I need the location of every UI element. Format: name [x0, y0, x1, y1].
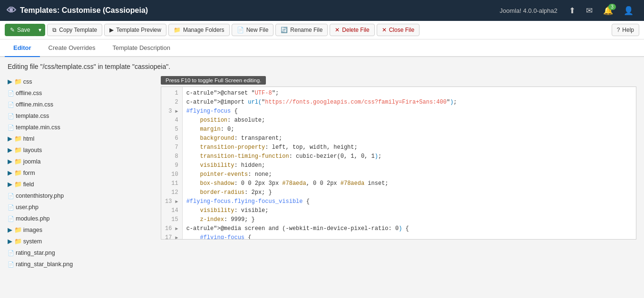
user-button[interactable]: 👤 — [620, 4, 637, 18]
file-icon: 📄 — [8, 99, 14, 110]
code-line: border-radius: 2px; } — [186, 188, 632, 197]
code-line: #flying-focus { — [186, 233, 632, 239]
toolbar: ✎ Save ▾ ⧉ Copy Template ▶ Template Prev… — [0, 21, 644, 39]
editor-panel: Press F10 to toggle Full Screen editing.… — [161, 76, 636, 270]
save-button[interactable]: ✎ Save — [5, 24, 35, 36]
tree-node[interactable]: 📄 contenthistory.php — [8, 190, 155, 202]
tree-node[interactable]: 📄 modules.php — [8, 213, 155, 224]
code-line: z-index: 9999; } — [186, 215, 632, 224]
line-number: 4 — [165, 116, 178, 125]
help-icon: ? — [617, 27, 620, 33]
file-tree: ▶ 📁 css📄 offline.css📄 offline.min.css📄 t… — [8, 76, 155, 270]
code-line: box-shadow: 0 0 2px 3px #78aeda, 0 0 2px… — [186, 179, 632, 188]
content-area: ▶ 📁 css📄 offline.css📄 offline.min.css📄 t… — [8, 76, 636, 270]
upload-button[interactable]: ⬆ — [565, 4, 579, 18]
folder-icon: ▶ 📁 — [8, 236, 22, 247]
folder-name: layouts — [23, 145, 42, 155]
tab-editor[interactable]: Editor — [5, 39, 40, 57]
code-editor[interactable]: 123 ▶45678910111213 ▶141516 ▶17 ▶181920c… — [161, 87, 636, 239]
folder-icon: ▶ 📁 — [8, 134, 22, 144]
tree-node[interactable]: 📄 rating_star_blank.png — [8, 259, 155, 270]
new-file-button[interactable]: 📄 New File — [232, 24, 274, 36]
tree-node[interactable]: 📄 offline.css — [8, 87, 155, 99]
close-file-button[interactable]: ✕ Close File — [377, 24, 420, 36]
line-number: 16 ▶ — [165, 224, 178, 233]
tab-template-description[interactable]: Template Description — [104, 39, 179, 57]
file-name: offline.css — [16, 88, 42, 98]
file-icon: 📄 — [8, 248, 14, 258]
line-number: 2 — [165, 98, 178, 107]
tree-node[interactable]: 📄 user.php — [8, 202, 155, 213]
notifications-button[interactable]: 🔔 3 — [599, 4, 617, 18]
line-number: 12 — [165, 188, 178, 197]
code-line: #flying-focus.flying-focus_visible { — [186, 197, 632, 206]
file-icon: 📄 — [8, 259, 14, 269]
tree-node[interactable]: ▶ 📁 css — [8, 76, 155, 87]
fullscreen-hint: Press F10 to toggle Full Screen editing. — [161, 76, 266, 85]
folder-name: field — [23, 179, 34, 190]
tab-create-overrides[interactable]: Create Overrides — [40, 39, 104, 57]
manage-folders-button[interactable]: 📁 Manage Folders — [168, 24, 230, 36]
templates-icon: 👁 — [7, 5, 16, 16]
editing-info: Editing file "/css/template.css" in temp… — [8, 63, 636, 70]
code-editor-wrap[interactable]: 123 ▶45678910111213 ▶141516 ▶17 ▶181920c… — [161, 87, 636, 240]
code-line: visibility: visible; — [186, 206, 632, 215]
line-number: 17 ▶ — [165, 233, 178, 239]
folder-icon: 📁 — [174, 27, 181, 33]
mail-button[interactable]: ✉ — [582, 4, 596, 18]
delete-icon: ✕ — [335, 27, 340, 33]
code-line: visibility: hidden; — [186, 161, 632, 170]
line-number: 9 — [165, 161, 178, 170]
code-line: margin: 0; — [186, 125, 632, 134]
file-name: rating_star_blank.png — [16, 259, 73, 269]
tree-node[interactable]: ▶ 📁 layouts — [8, 144, 155, 156]
tree-node[interactable]: ▶ 📁 images — [8, 224, 155, 236]
tree-node[interactable]: ▶ 📁 form — [8, 167, 155, 179]
folder-icon: ▶ 📁 — [8, 156, 22, 167]
code-line: position: absolute; — [186, 116, 632, 125]
line-number: 3 ▶ — [165, 107, 178, 116]
app-name: Joomla! 4.0.0-alpha2 — [500, 7, 557, 14]
copy-template-button[interactable]: ⧉ Copy Template — [47, 24, 102, 36]
navbar-title: Templates: Customise (Cassiopeia) — [20, 6, 148, 15]
folder-name: form — [23, 168, 35, 178]
save-dropdown-button[interactable]: ▾ — [35, 24, 45, 36]
file-name: offline.min.css — [16, 99, 53, 110]
file-icon: 📄 — [8, 191, 14, 201]
folder-icon: ▶ 📁 — [8, 77, 22, 87]
line-number: 1 — [165, 89, 178, 98]
template-preview-button[interactable]: ▶ Template Preview — [104, 24, 166, 36]
save-btn-group: ✎ Save ▾ — [5, 24, 45, 36]
copy-icon: ⧉ — [52, 27, 57, 33]
folder-name: html — [23, 134, 35, 144]
code-line: pointer-events: none; — [186, 170, 632, 179]
tree-node[interactable]: 📄 template.css — [8, 110, 155, 122]
line-numbers: 123 ▶45678910111213 ▶141516 ▶17 ▶181920 — [161, 87, 183, 239]
file-icon: 📄 — [8, 111, 14, 121]
notification-badge: 3 — [608, 4, 616, 10]
line-number: 8 — [165, 152, 178, 161]
line-number: 10 — [165, 170, 178, 179]
file-icon: 📄 — [8, 213, 14, 224]
save-icon: ✎ — [10, 27, 15, 33]
tabs-bar: Editor Create Overrides Template Descrip… — [0, 39, 644, 57]
file-icon: 📄 — [8, 88, 14, 98]
file-name: modules.php — [16, 213, 50, 224]
code-content[interactable]: c-atrule">@charset "UTF-8";c-atrule">@im… — [183, 87, 636, 239]
tree-node[interactable]: ▶ 📁 field — [8, 179, 155, 190]
line-number: 7 — [165, 143, 178, 152]
tree-node[interactable]: ▶ 📁 system — [8, 236, 155, 247]
tree-node[interactable]: 📄 offline.min.css — [8, 99, 155, 110]
tree-node[interactable]: ▶ 📁 html — [8, 133, 155, 144]
file-name: user.php — [16, 202, 39, 212]
delete-file-button[interactable]: ✕ Delete File — [330, 24, 374, 36]
tree-node[interactable]: 📄 rating_star.png — [8, 247, 155, 259]
file-icon: 📄 — [8, 202, 14, 212]
tree-node[interactable]: 📄 template.min.css — [8, 122, 155, 133]
tree-node[interactable]: ▶ 📁 joomla — [8, 156, 155, 167]
code-line: transition-timing-function: cubic-bezier… — [186, 152, 632, 161]
navbar-brand: 👁 Templates: Customise (Cassiopeia) — [7, 5, 500, 16]
help-button[interactable]: ? Help — [612, 24, 639, 36]
folder-name: images — [23, 225, 42, 235]
rename-file-button[interactable]: 🔄 Rename File — [275, 24, 328, 36]
